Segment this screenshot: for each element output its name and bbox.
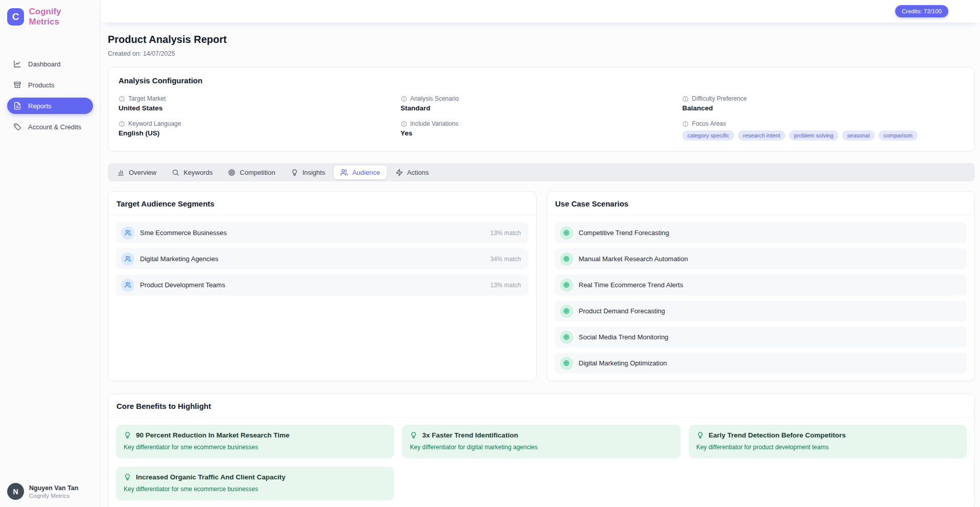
user-name: Nguyen Van Tan [29,485,78,492]
users-icon [121,252,134,266]
bullseye-icon [560,226,573,240]
sidebar-item-dashboard[interactable]: Dashboard [7,56,93,72]
users-icon [121,279,134,292]
search-icon [172,169,179,176]
tag-icon [13,123,21,131]
use-case-list: Competitive Trend Forecasting Manual Mar… [547,215,975,381]
field-keyword-language: Keyword Language English (US) [119,120,401,137]
audience-segment-row[interactable]: Digital Marketing Agencies 34% match [116,248,528,269]
field-focus-areas: Focus Areas category specific research i… [682,120,964,141]
user-org: Cognify Metrics [29,493,78,499]
content: Product Analysis Report Created on: 14/0… [101,22,980,507]
tab-label: Overview [129,169,156,176]
use-case-row[interactable]: Manual Market Research Automation [555,248,967,269]
target-icon [228,169,236,176]
sidebar-item-reports[interactable]: Reports [7,98,93,114]
benefit-card[interactable]: 90 Percent Reduction In Market Research … [116,425,394,458]
line-chart-icon [13,60,21,68]
use-case-row[interactable]: Competitive Trend Forecasting [555,222,967,243]
use-case-name: Digital Marketing Optimization [579,359,667,367]
bullseye-icon [560,357,573,370]
tab-actions[interactable]: Actions [389,166,436,179]
field-value: United States [119,104,401,112]
benefit-subtitle: Key differentiator for sme ecommerce bus… [124,444,386,451]
audience-segment-row[interactable]: Product Development Teams 13% match [116,274,528,295]
sidebar: C Cognify Metrics Dashboard Products Rep… [0,0,101,507]
field-value: Balanced [682,104,964,112]
benefit-card[interactable]: Increased Organic Traffic And Client Cap… [116,467,394,500]
config-column-3: Difficulty Preference Balanced Focus Are… [682,87,964,141]
sidebar-item-account-credits[interactable]: Account & Credits [7,119,93,135]
field-label: Include Variations [410,120,459,127]
sidebar-item-label: Account & Credits [28,123,81,131]
info-icon [401,121,407,127]
user-profile[interactable]: N Nguyen Van Tan Cognify Metrics [7,483,78,500]
segment-name: Product Development Teams [140,281,225,289]
use-case-name: Competitive Trend Forecasting [579,229,669,237]
tab-label: Actions [407,169,429,176]
sidebar-item-products[interactable]: Products [7,77,93,93]
segment-match: 34% match [490,256,521,263]
benefit-title: 90 Percent Reduction In Market Research … [136,431,290,439]
field-label: Target Market [128,95,166,102]
core-benefits-card: Core Benefits to Highlight 90 Percent Re… [108,394,975,507]
credits-badge[interactable]: Credits: 72/100 [895,5,948,17]
benefit-card[interactable]: Early Trend Detection Before Competitors… [689,425,967,458]
segment-name: Digital Marketing Agencies [140,255,218,263]
document-icon [13,102,21,110]
segment-match: 13% match [490,229,521,237]
sidebar-nav: Dashboard Products Reports Account & Cre… [7,56,93,135]
tab-keywords[interactable]: Keywords [165,166,219,179]
bullseye-icon [560,279,573,292]
use-case-name: Real Time Ecommerce Trend Alerts [579,281,683,289]
info-icon [682,121,689,127]
benefit-title: 3x Faster Trend Identification [422,431,518,439]
main-area: Credits: 72/100 Product Analysis Report … [101,0,980,507]
use-case-title: Use Case Scenarios [547,192,975,215]
bullseye-icon [560,305,573,318]
tab-competition[interactable]: Competition [221,166,282,179]
report-tabs: Overview Keywords Competition Insights A… [108,163,975,181]
audience-columns: Target Audience Segments Sme Ecommerce B… [108,191,975,381]
config-grid: Target Market United States Keyword Lang… [119,87,964,141]
use-case-row[interactable]: Product Demand Forecasting [555,301,967,321]
tab-label: Insights [302,169,325,176]
focus-tag: problem solving [789,130,838,141]
use-case-row[interactable]: Digital Marketing Optimization [555,353,967,374]
lightbulb-icon [291,169,298,176]
tab-label: Audience [352,169,380,176]
target-audience-card: Target Audience Segments Sme Ecommerce B… [108,191,536,381]
tab-audience[interactable]: Audience [334,166,386,179]
audience-segment-row[interactable]: Sme Ecommerce Businesses 13% match [116,222,528,243]
lightbulb-icon [124,473,131,481]
users-icon [340,169,348,176]
brand[interactable]: C Cognify Metrics [7,7,93,27]
config-title: Analysis Configuration [119,76,964,85]
info-icon [119,121,125,127]
field-difficulty-preference: Difficulty Preference Balanced [682,95,964,112]
field-label: Keyword Language [128,120,181,127]
benefit-card[interactable]: 3x Faster Trend Identification Key diffe… [402,425,680,458]
brand-logo-icon: C [7,8,24,26]
archive-box-icon [13,81,21,89]
field-label: Focus Areas [692,120,726,127]
tab-insights[interactable]: Insights [284,166,332,179]
segment-name: Sme Ecommerce Businesses [140,229,227,237]
use-case-name: Social Media Trend Monitoring [579,333,669,341]
use-case-row[interactable]: Real Time Ecommerce Trend Alerts [555,274,967,295]
field-value: Standard [401,104,683,112]
target-audience-title: Target Audience Segments [108,192,536,215]
info-icon [401,96,407,102]
benefit-subtitle: Key differentiator for sme ecommerce bus… [124,486,386,493]
field-label: Difficulty Preference [692,95,746,102]
benefit-subtitle: Key differentiator for product developme… [696,444,959,451]
use-case-card: Use Case Scenarios Competitive Trend For… [547,191,975,381]
focus-tag: seasonal [842,130,875,141]
use-case-row[interactable]: Social Media Trend Monitoring [555,327,967,348]
created-date: Created on: 14/07/2025 [108,50,975,57]
tab-label: Keywords [183,169,213,176]
tab-overview[interactable]: Overview [110,166,163,179]
tab-label: Competition [240,169,275,176]
field-analysis-scenario: Analysis Scenario Standard [401,95,683,112]
zap-icon [395,169,403,176]
